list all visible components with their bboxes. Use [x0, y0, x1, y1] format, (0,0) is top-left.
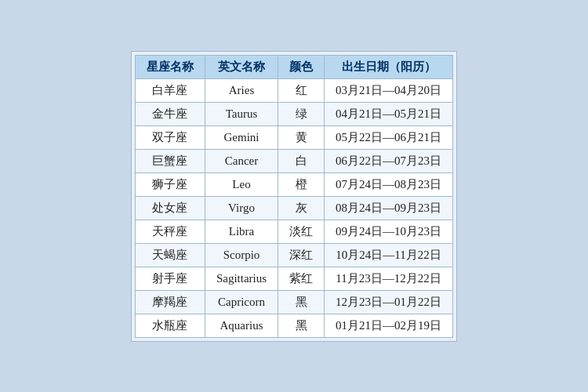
table-cell-3-3: 06月22日—07月23日 [325, 149, 453, 172]
table-cell-2-3: 05月22日—06月21日 [325, 125, 453, 149]
table-cell-7-0: 天蝎座 [135, 243, 205, 267]
table-cell-4-1: Leo [205, 172, 278, 196]
table-row: 天秤座Libra淡红09月24日—10月23日 [135, 220, 452, 243]
table-row: 处女座Virgo灰08月24日—09月23日 [135, 196, 452, 220]
table-cell-9-2: 黑 [278, 290, 325, 314]
table-cell-1-0: 金牛座 [135, 102, 205, 125]
table-cell-10-1: Aquarius [205, 314, 278, 337]
table-cell-0-2: 红 [278, 78, 325, 102]
table-row: 巨蟹座Cancer白06月22日—07月23日 [135, 149, 452, 172]
table-cell-1-2: 绿 [278, 102, 325, 125]
table-cell-6-1: Libra [205, 220, 278, 243]
table-cell-2-0: 双子座 [135, 125, 205, 149]
table-cell-5-3: 08月24日—09月23日 [325, 196, 453, 220]
table-row: 金牛座Taurus绿04月21日—05月21日 [135, 102, 452, 125]
table-header-2: 颜色 [278, 55, 325, 78]
zodiac-table-wrapper: 星座名称英文名称颜色出生日期（阳历） 白羊座Aries红03月21日—04月20… [131, 51, 457, 342]
table-cell-8-1: Sagittarius [205, 267, 278, 290]
table-cell-9-1: Capricorn [205, 290, 278, 314]
table-cell-3-1: Cancer [205, 149, 278, 172]
table-cell-6-0: 天秤座 [135, 220, 205, 243]
table-cell-8-2: 紫红 [278, 267, 325, 290]
table-cell-6-3: 09月24日—10月23日 [325, 220, 453, 243]
table-cell-0-1: Aries [205, 78, 278, 102]
table-cell-4-0: 狮子座 [135, 172, 205, 196]
table-cell-10-0: 水瓶座 [135, 314, 205, 337]
table-cell-4-2: 橙 [278, 172, 325, 196]
table-row: 射手座Sagittarius紫红11月23日—12月22日 [135, 267, 452, 290]
table-cell-5-0: 处女座 [135, 196, 205, 220]
table-cell-0-3: 03月21日—04月20日 [325, 78, 453, 102]
table-cell-9-0: 摩羯座 [135, 290, 205, 314]
table-cell-1-3: 04月21日—05月21日 [325, 102, 453, 125]
table-cell-2-2: 黄 [278, 125, 325, 149]
zodiac-table: 星座名称英文名称颜色出生日期（阳历） 白羊座Aries红03月21日—04月20… [135, 55, 453, 338]
table-cell-3-2: 白 [278, 149, 325, 172]
table-cell-8-3: 11月23日—12月22日 [325, 267, 453, 290]
table-row: 双子座Gemini黄05月22日—06月21日 [135, 125, 452, 149]
table-cell-2-1: Gemini [205, 125, 278, 149]
table-cell-3-0: 巨蟹座 [135, 149, 205, 172]
table-cell-7-3: 10月24日—11月22日 [325, 243, 453, 267]
table-header-3: 出生日期（阳历） [325, 55, 453, 78]
table-row: 摩羯座Capricorn黑12月23日—01月22日 [135, 290, 452, 314]
table-cell-7-2: 深红 [278, 243, 325, 267]
table-cell-0-0: 白羊座 [135, 78, 205, 102]
table-row: 白羊座Aries红03月21日—04月20日 [135, 78, 452, 102]
table-row: 天蝎座Scorpio深红10月24日—11月22日 [135, 243, 452, 267]
table-cell-9-3: 12月23日—01月22日 [325, 290, 453, 314]
table-cell-4-3: 07月24日—08月23日 [325, 172, 453, 196]
table-header-1: 英文名称 [205, 55, 278, 78]
table-cell-6-2: 淡红 [278, 220, 325, 243]
table-cell-8-0: 射手座 [135, 267, 205, 290]
table-body: 白羊座Aries红03月21日—04月20日金牛座Taurus绿04月21日—0… [135, 78, 452, 337]
table-header-0: 星座名称 [135, 55, 205, 78]
table-cell-10-3: 01月21日—02月19日 [325, 314, 453, 337]
table-header-row: 星座名称英文名称颜色出生日期（阳历） [135, 55, 452, 78]
table-cell-7-1: Scorpio [205, 243, 278, 267]
table-row: 水瓶座Aquarius黑01月21日—02月19日 [135, 314, 452, 337]
table-cell-5-1: Virgo [205, 196, 278, 220]
table-cell-5-2: 灰 [278, 196, 325, 220]
table-row: 狮子座Leo橙07月24日—08月23日 [135, 172, 452, 196]
table-cell-1-1: Taurus [205, 102, 278, 125]
table-cell-10-2: 黑 [278, 314, 325, 337]
